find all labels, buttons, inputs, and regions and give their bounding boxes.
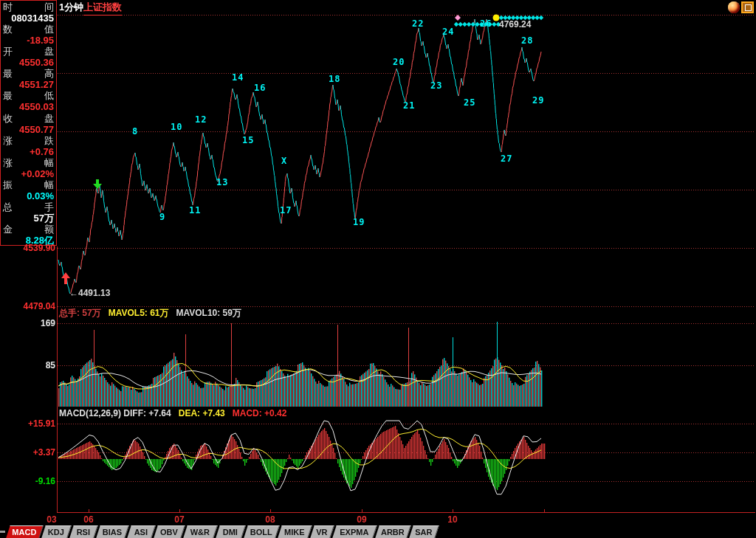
restore-square-icon bbox=[745, 4, 752, 11]
wave-label-10: 10 bbox=[171, 123, 182, 131]
date-label-10: 10 bbox=[447, 515, 457, 525]
date-label-07: 07 bbox=[174, 515, 184, 525]
wave-label-26: 26 bbox=[480, 19, 492, 28]
wave-label-23: 23 bbox=[430, 81, 442, 90]
wave-label-24: 24 bbox=[442, 27, 454, 36]
restore-window-button[interactable] bbox=[741, 1, 754, 13]
sidebar-row-涨跌: 涨跌+0.76 bbox=[1, 135, 56, 157]
wave-label-16: 16 bbox=[254, 83, 266, 92]
wave-label-X: X bbox=[281, 156, 287, 165]
sidebar-row-收盘: 收盘4550.77 bbox=[1, 113, 56, 135]
wave-label-28: 28 bbox=[521, 36, 533, 45]
volume-legend-item: MAVOL5: 61万 bbox=[109, 308, 169, 318]
tabbar-scroll-dash[interactable] bbox=[0, 531, 5, 533]
volume-grid-label: 169 bbox=[0, 319, 55, 328]
macd-grid-label: +15.91 bbox=[0, 419, 55, 429]
wave-label-8: 8 bbox=[132, 127, 138, 136]
sidebar-row-振幅: 振幅0.03% bbox=[1, 179, 56, 201]
sidebar-row-时间: 时间08031435 bbox=[1, 1, 56, 24]
tab-obv[interactable]: OBV bbox=[154, 525, 185, 538]
volume-legend-item: MAVOL10: 59万 bbox=[176, 308, 241, 318]
index-name-link[interactable]: 上证指数 bbox=[83, 1, 122, 15]
sidebar-row-最高: 最高4551.27 bbox=[1, 68, 56, 90]
sidebar-row-数值: 数值-18.95 bbox=[1, 24, 56, 46]
volume-header: 总手: 57万MAVOL5: 61万MAVOL10: 59万 bbox=[59, 308, 249, 318]
tab-dmi[interactable]: DMI bbox=[216, 525, 246, 538]
tab-vr[interactable]: VR bbox=[310, 525, 334, 538]
macd-grid-label: -9.16 bbox=[0, 477, 55, 486]
wave-label-20: 20 bbox=[393, 58, 405, 66]
period-label[interactable]: 1分钟 bbox=[59, 1, 83, 14]
macd-legend-item: MACD(12,26,9) DIFF: +7.64 bbox=[59, 408, 171, 418]
macd-legend-item: MACD: +0.42 bbox=[233, 408, 287, 418]
tab-arbr[interactable]: ARBR bbox=[375, 525, 411, 538]
wave-label-11: 11 bbox=[189, 206, 201, 215]
date-label-03: 03 bbox=[47, 515, 56, 525]
wave-label-17: 17 bbox=[280, 206, 292, 215]
wave-label-15: 15 bbox=[242, 136, 254, 145]
session-low-annotation: ←4491.13 bbox=[69, 289, 110, 298]
date-label-06: 06 bbox=[83, 515, 93, 525]
tab-expma[interactable]: EXPMA bbox=[332, 525, 377, 538]
stock-app-window: 1分钟 上证指数 时间08031435数值-18.95开盘4550.36最高45… bbox=[0, 0, 756, 538]
price-grid-label: 4479.04 bbox=[0, 302, 55, 311]
date-label-08: 08 bbox=[265, 515, 275, 525]
wave-label-12: 12 bbox=[195, 115, 207, 124]
quote-sidebar: 时间08031435数值-18.95开盘4550.36最高4551.27最低45… bbox=[0, 0, 57, 246]
wave-label-13: 13 bbox=[216, 178, 228, 187]
tab-boll[interactable]: BOLL bbox=[244, 525, 280, 538]
tab-w&r[interactable]: W&R bbox=[183, 525, 218, 538]
volume-legend-item: 总手: 57万 bbox=[59, 308, 101, 318]
wave-label-27: 27 bbox=[501, 154, 512, 163]
indicator-tabbar: MACDKDJRSIBIASASIOBVW&RDMIBOLLMIKEVREXPM… bbox=[0, 525, 756, 538]
macd-header: MACD(12,26,9) DIFF: +7.64DEA: +7.43MACD:… bbox=[59, 408, 294, 418]
wave-label-18: 18 bbox=[329, 75, 340, 83]
volume-grid-label: 85 bbox=[0, 361, 55, 370]
wave-label-19: 19 bbox=[353, 218, 365, 227]
sidebar-row-总手: 总手57万 bbox=[1, 201, 56, 224]
tab-asi[interactable]: ASI bbox=[127, 525, 156, 538]
session-high-annotation: 4769.24 bbox=[499, 20, 531, 30]
tab-sar[interactable]: SAR bbox=[409, 525, 439, 538]
sidebar-row-涨幅: 涨幅+0.02% bbox=[1, 157, 56, 179]
wave-label-22: 22 bbox=[412, 19, 424, 28]
sidebar-row-最低: 最低4550.03 bbox=[1, 90, 56, 112]
date-label-09: 09 bbox=[357, 515, 366, 525]
tab-kdj[interactable]: KDJ bbox=[41, 525, 72, 538]
tab-mike[interactable]: MIKE bbox=[278, 525, 312, 538]
tab-rsi[interactable]: RSI bbox=[69, 525, 98, 538]
chart-canvas[interactable] bbox=[0, 0, 756, 538]
macd-grid-label: +3.37 bbox=[0, 448, 55, 458]
price-grid-label: 4539.90 bbox=[0, 244, 55, 253]
app-icon[interactable] bbox=[728, 1, 740, 13]
wave-label-25: 25 bbox=[464, 98, 475, 107]
tab-macd[interactable]: MACD bbox=[6, 525, 44, 538]
macd-legend-item: DEA: +7.43 bbox=[179, 408, 225, 418]
wave-label-9: 9 bbox=[159, 213, 165, 221]
sidebar-row-开盘: 开盘4550.36 bbox=[1, 46, 56, 68]
tab-bias[interactable]: BIAS bbox=[96, 525, 129, 538]
wave-label-21: 21 bbox=[403, 101, 415, 110]
wave-label-29: 29 bbox=[532, 96, 544, 105]
wave-label-14: 14 bbox=[232, 73, 244, 82]
